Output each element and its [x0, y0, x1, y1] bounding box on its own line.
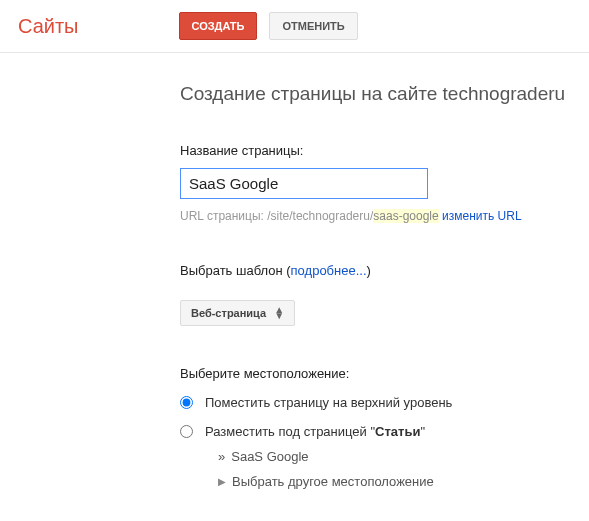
page-name-input[interactable] — [180, 168, 428, 199]
template-section: Выбрать шаблон (подробнее...) Веб-страни… — [180, 263, 589, 326]
logo: Сайты — [18, 15, 79, 38]
location-label: Выберите местоположение: — [180, 366, 589, 381]
sub-other-location[interactable]: ▶ Выбрать другое местоположение — [218, 474, 589, 489]
url-prefix: URL страницы: /site/technograderu/ — [180, 209, 373, 223]
sort-icon: ▲▼ — [274, 307, 284, 319]
location-sublist: » SaaS Google ▶ Выбрать другое местополо… — [218, 449, 589, 489]
template-label: Выбрать шаблон (подробнее...) — [180, 263, 589, 278]
page-title: Создание страницы на сайте technograderu — [180, 83, 589, 105]
location-section: Выберите местоположение: Поместить стран… — [180, 366, 589, 489]
url-line: URL страницы: /site/technograderu/saas-g… — [180, 209, 589, 223]
location-option-top[interactable]: Поместить страницу на верхний уровень — [180, 395, 589, 410]
page-name-label: Название страницы: — [180, 143, 589, 158]
change-url-link[interactable]: изменить URL — [442, 209, 522, 223]
create-button[interactable]: СОЗДАТЬ — [179, 12, 258, 40]
raquo-icon: » — [218, 449, 225, 464]
radio-under-label: Разместить под страницей "Статьи" — [205, 424, 425, 439]
cancel-button[interactable]: Отменить — [269, 12, 357, 40]
sub-current-page: » SaaS Google — [218, 449, 589, 464]
radio-top-label: Поместить страницу на верхний уровень — [205, 395, 452, 410]
content: Создание страницы на сайте technograderu… — [0, 53, 589, 489]
template-select[interactable]: Веб-страница ▲▼ — [180, 300, 295, 326]
location-option-under[interactable]: Разместить под страницей "Статьи" — [180, 424, 589, 439]
header: Сайты СОЗДАТЬ Отменить — [0, 0, 589, 53]
radio-under[interactable] — [180, 425, 193, 438]
url-slug: saas-google — [373, 209, 438, 223]
triangle-icon: ▶ — [218, 476, 226, 487]
radio-top[interactable] — [180, 396, 193, 409]
template-selected: Веб-страница — [191, 307, 266, 319]
template-more-link[interactable]: подробнее... — [291, 263, 367, 278]
